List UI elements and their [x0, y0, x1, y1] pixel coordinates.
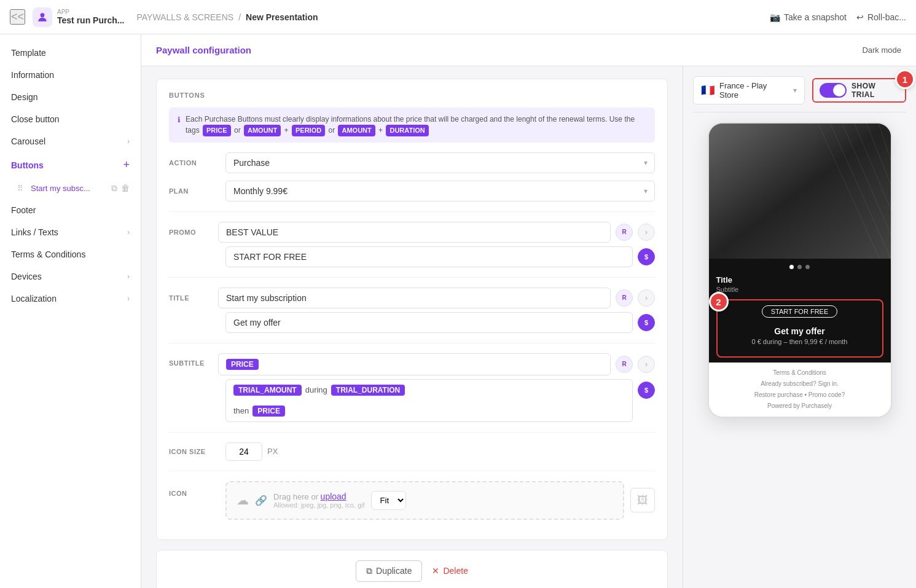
sidebar-item-devices[interactable]: Devices › — [0, 265, 141, 288]
dot-1 — [789, 265, 794, 269]
app-name[interactable]: Test run Purch... — [57, 15, 124, 25]
upload-link-icon[interactable]: 🔗 — [255, 495, 267, 506]
snapshot-button[interactable]: 📷 Take a snapshot — [770, 12, 847, 22]
content-area: BUTTONS ℹ Each Purchase Buttons must cle… — [141, 66, 916, 588]
country-chevron-icon: ▾ — [793, 86, 797, 95]
phone-content: Title Subtitle START FOR FREE Get my off… — [709, 259, 891, 363]
dot-2 — [797, 265, 802, 269]
promo-input-1[interactable] — [218, 222, 611, 243]
phone-cta-pill: START FOR FREE — [762, 305, 838, 318]
sidebar-item-design[interactable]: Design — [0, 86, 141, 108]
annotation-badge-2: 2 — [709, 292, 729, 312]
upload-text-block: Drag here or upload Allowed: jpeg, jpg, … — [273, 492, 365, 509]
fit-select[interactable]: Fit — [371, 491, 406, 510]
subtitle-label: SUBTITLE — [169, 353, 218, 367]
footer-link-subscribed[interactable]: Already subscribed? Sign in. — [716, 378, 883, 390]
section-title: BUTTONS — [169, 92, 655, 99]
sidebar-item-terms[interactable]: Terms & Conditions — [0, 243, 141, 265]
icon-label: ICON — [169, 481, 218, 497]
sidebar-item-close-button[interactable]: Close button — [0, 108, 141, 130]
icon-size-unit: PX — [267, 447, 278, 456]
subtitle-r-btn[interactable]: R — [616, 356, 633, 373]
app-icon — [33, 7, 52, 27]
sidebar-item-carousel[interactable]: Carousel › — [0, 130, 141, 152]
title-r-btn[interactable]: R — [616, 289, 633, 307]
title-input-row-1: R › — [218, 288, 655, 308]
promo-arrow-btn[interactable]: › — [638, 224, 655, 241]
chevron-right-icon: › — [127, 137, 130, 146]
image-icon: 🖼 — [637, 494, 648, 507]
subtitle-then-text: then — [233, 406, 249, 415]
sidebar-sub-item-start-subscription[interactable]: ⠿ Start my subsc... ⧉ 🗑 — [0, 178, 141, 199]
plan-select[interactable]: Monthly 9.99€ — [225, 181, 655, 202]
tag-price: PRICE — [203, 125, 231, 136]
dark-mode-button[interactable]: Dark mode — [862, 45, 901, 55]
promo-r-btn[interactable]: R — [616, 224, 633, 241]
breadcrumb-section[interactable]: PAYWALLS & SCREENS — [136, 12, 233, 22]
plan-row: PLAN Monthly 9.99€ — [169, 181, 655, 202]
title-input-2[interactable] — [225, 312, 633, 333]
title-input-1[interactable] — [218, 288, 611, 308]
buttons-section-card: BUTTONS ℹ Each Purchase Buttons must cle… — [156, 79, 668, 540]
promo-s-btn[interactable]: $ — [638, 248, 655, 265]
dot-3 — [805, 265, 810, 269]
upload-link[interactable]: upload — [321, 492, 346, 501]
delete-button[interactable]: ✕ Delete — [432, 566, 468, 576]
sidebar-item-footer[interactable]: Footer — [0, 199, 141, 221]
show-trial-badge: SHOW TRIAL — [812, 78, 906, 103]
promo-input-2[interactable] — [225, 246, 633, 267]
config-title: Paywall configuration — [156, 45, 251, 55]
top-nav: << APP Test run Purch... PAYWALLS & SCRE… — [0, 0, 916, 34]
delete-icon[interactable]: 🗑 — [121, 183, 130, 194]
footer-link-powered: Powered by Purchasely — [716, 401, 883, 412]
title-s-btn[interactable]: $ — [638, 314, 655, 331]
icon-size-label: ICON SIZE — [169, 448, 218, 455]
sidebar-item-buttons[interactable]: Buttons + — [0, 152, 141, 178]
subtitle-s-btn[interactable]: $ — [638, 382, 655, 399]
sidebar-item-links-texts[interactable]: Links / Texts › — [0, 221, 141, 243]
phone-cta-container: START FOR FREE Get my offer 0 € during –… — [716, 299, 883, 358]
phone-dots — [716, 265, 883, 269]
delete-x-icon: ✕ — [432, 566, 439, 576]
camera-icon: 📷 — [770, 12, 780, 22]
promo-second-row: $ — [169, 246, 655, 267]
title-arrow-btn[interactable]: › — [638, 289, 655, 307]
drag-handle-icon[interactable]: ⠿ — [17, 184, 23, 193]
notice-box: ℹ Each Purchase Buttons must clearly dis… — [169, 108, 655, 143]
preview-toolbar: 🇫🇷 France - Play Store ▾ SHOW TRIAL 1 — [693, 76, 906, 112]
action-label: ACTION — [169, 159, 218, 167]
cta-pill-wrapper: START FOR FREE — [722, 305, 877, 323]
sidebar-item-localization[interactable]: Localization › — [0, 288, 141, 310]
action-select[interactable]: Purchase — [225, 152, 655, 173]
svg-point-0 — [41, 13, 45, 17]
subtitle-arrow-btn[interactable]: › — [638, 356, 655, 373]
country-selector[interactable]: 🇫🇷 France - Play Store ▾ — [693, 76, 805, 104]
preview-panel: 🇫🇷 France - Play Store ▾ SHOW TRIAL 1 — [683, 66, 916, 588]
duplicate-button[interactable]: ⧉ Duplicate — [356, 560, 422, 582]
image-preview-placeholder: 🖼 — [630, 488, 655, 512]
chevron-right-icon-2: › — [127, 228, 130, 237]
icon-size-input[interactable] — [225, 442, 262, 461]
tag-amount: AMOUNT — [244, 125, 281, 136]
footer-link-restore[interactable]: Restore purchase • Promo code? — [716, 390, 883, 401]
sidebar-item-information[interactable]: Information — [0, 64, 141, 86]
chevron-right-icon-3: › — [127, 272, 130, 281]
breadcrumb: PAYWALLS & SCREENS / New Presentation — [136, 12, 318, 22]
upload-area[interactable]: ☁ 🔗 Drag here or upload Allowed: jpeg, j… — [225, 481, 624, 520]
footer-link-terms[interactable]: Terms & Conditions — [716, 367, 883, 378]
copy-icon[interactable]: ⧉ — [111, 183, 117, 194]
plus-icon[interactable]: + — [123, 159, 130, 171]
rollback-button[interactable]: ↩ Roll-bac... — [856, 12, 906, 22]
show-trial-toggle[interactable] — [820, 83, 847, 98]
svg-rect-1 — [709, 123, 891, 259]
sidebar: Template Information Design Close button… — [0, 34, 141, 588]
breadcrumb-separator: / — [238, 12, 241, 22]
nav-back-button[interactable]: << — [10, 9, 25, 25]
upload-allowed: Allowed: jpeg, jpg, png, ico, gif — [273, 501, 365, 509]
sidebar-item-template[interactable]: Template — [0, 42, 141, 64]
config-header: Paywall configuration Dark mode — [141, 34, 916, 66]
phone-footer: Terms & Conditions Already subscribed? S… — [709, 363, 891, 417]
phone-mockup-container: Title Subtitle START FOR FREE Get my off… — [693, 122, 906, 418]
title-second-row: $ — [169, 312, 655, 333]
subtitle-label-row: SUBTITLE PRICE R › — [169, 353, 655, 375]
